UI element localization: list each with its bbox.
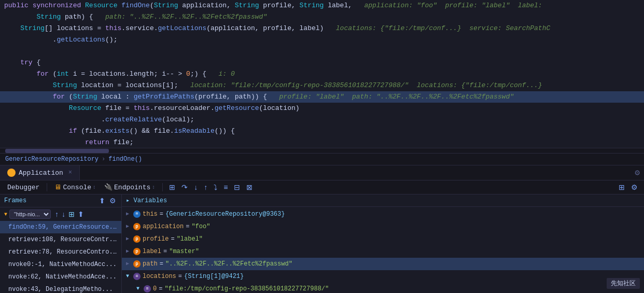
step-into-button[interactable]: ↓ (192, 182, 200, 192)
trace-button[interactable]: ⊟ (232, 182, 242, 192)
thread-export-button[interactable]: ⬆ (77, 210, 85, 218)
thread-filter-button[interactable]: ⊞ (67, 210, 76, 218)
toolbar-separator-2 (162, 183, 163, 191)
console-arrow: ↕ (93, 185, 96, 190)
tab-label: Application (19, 169, 63, 177)
var-locations-arrow: ▼ (126, 271, 133, 282)
code-line-11: .createRelative(local); (0, 114, 644, 125)
stop-button[interactable]: ⊠ (244, 182, 255, 192)
var-application-arrow: ▶ (126, 221, 133, 232)
debug-toolbar: Debugger 🖥 Console ↕ 🔌 Endpoints ↕ ⊞ ↷ ↓… (0, 180, 644, 194)
breadcrumb: GenericResourceRepository › findOne() (0, 153, 644, 165)
var-label[interactable]: ▶ p label = "master" (122, 245, 644, 258)
step-out-button[interactable]: ↑ (202, 182, 209, 192)
debug-panel: Frames ⬆ ⚙ ▼ "http-nio... ↑ ↓ ⊞ ⬆ (0, 194, 644, 293)
settings-gear[interactable]: ⚙ (635, 168, 644, 178)
step-over-button[interactable]: ↷ (179, 182, 190, 192)
console-label: Console (63, 184, 91, 191)
code-line-1: public synchronized Resource findOne(Str… (0, 0, 644, 11)
var-this[interactable]: ▶ = this = {GenericResourceRepository@93… (122, 208, 644, 220)
code-line-8: String location = locations[i]; location… (0, 80, 644, 91)
var-this-arrow: ▶ (126, 209, 133, 219)
endpoints-button[interactable]: 🔌 Endpoints ↕ (101, 182, 158, 192)
frames-list: ▼ "http-nio... ↑ ↓ ⊞ ⬆ findOne:59, Gener… (0, 207, 121, 293)
var-label-arrow: ▶ (126, 246, 133, 257)
code-line-9: for (String local : getProfilePaths(prof… (0, 91, 644, 103)
frames-export-button[interactable]: ⬆ (98, 197, 106, 205)
code-line-3: String[] locations = this.service.getLoc… (0, 23, 644, 34)
console-icon[interactable]: 🖥 Console ↕ (51, 183, 99, 192)
var-locations-0-arrow: ▼ (136, 284, 144, 293)
tab-icon (7, 169, 16, 177)
breadcrumb-sep: › (102, 156, 105, 163)
variables-pane: ▸ Variables ▶ = this = {GenericResourceR… (122, 194, 644, 293)
code-line-12: if (file.exists() && file.isReadable()) … (0, 125, 644, 137)
frame-item-4[interactable]: nvoke:62, NativeMethodAcce... (0, 271, 121, 283)
code-line-7: for (int i = locations.length; i-- > 0;)… (0, 68, 644, 80)
breadcrumb-method[interactable]: findOne() (108, 156, 142, 163)
var-path[interactable]: ▶ p path = "..%2F..%2F..%2F..%2Fetc%2fpa… (122, 258, 644, 270)
frames-header-actions: ⬆ ⚙ (98, 197, 117, 205)
breadcrumb-class[interactable]: GenericResourceRepository (5, 156, 99, 163)
frames-header: Frames ⬆ ⚙ (0, 194, 121, 207)
var-application-icon: p (133, 223, 141, 230)
thread-nav-buttons: ↑ ↓ ⊞ ⬆ (54, 210, 85, 218)
variables-header: ▸ Variables (122, 194, 644, 207)
code-line-5 (0, 46, 644, 57)
code-line-10: Resource file = this.resourceLoader.getR… (0, 103, 644, 114)
var-application[interactable]: ▶ p application = "foo" (122, 220, 644, 233)
toolbar-right-group: ⊞ ⚙ (617, 182, 640, 192)
var-profile[interactable]: ▶ p profile = "label" (122, 233, 644, 245)
code-line-2: String path) { path: "..%2F..%2F..%2F..%… (0, 11, 644, 23)
thread-collapse-arrow[interactable]: ▼ (4, 212, 7, 217)
endpoints-label: Endpoints (114, 184, 150, 191)
frame-item-5[interactable]: nvoke:43, DelegatingMetho... (0, 283, 121, 293)
var-locations-0[interactable]: ▼ ≡ 0 = "file:/tmp/config-repo-383856101… (122, 283, 644, 293)
code-line-6: try { (0, 57, 644, 68)
var-locations-0-icon: ≡ (144, 285, 151, 292)
tab-bar-left: Application × (0, 165, 80, 180)
var-locations-icon: ≡ (133, 273, 141, 280)
frame-item-1[interactable]: retrieve:108, ResourceContr... (0, 233, 121, 246)
var-path-icon: p (133, 260, 141, 268)
variables-title: ▸ Variables (126, 197, 167, 204)
code-line-4: .getLocations(); (0, 34, 644, 46)
code-editor: public synchronized Resource findOne(Str… (0, 0, 644, 148)
frame-item-3[interactable]: nvoke0:-1, NativeMethodAcc... (0, 258, 121, 271)
thread-selector[interactable]: "http-nio... (9, 210, 51, 219)
thread-up-button[interactable]: ↑ (54, 210, 60, 218)
variables-list: ▶ = this = {GenericResourceRepository@93… (122, 207, 644, 293)
toolbar-btn-1[interactable]: ⊞ (167, 182, 177, 192)
code-line-13: return file; (0, 137, 644, 148)
run-to-cursor-button[interactable]: ⤵ (212, 182, 219, 192)
tab-close-button[interactable]: × (68, 169, 72, 176)
watermark: 先知社区 (607, 278, 640, 289)
var-label-icon: p (133, 248, 141, 255)
settings-button[interactable]: ⚙ (629, 182, 640, 192)
debugger-label[interactable]: Debugger (4, 183, 43, 192)
var-locations[interactable]: ▼ ≡ locations = {String[1]@9421} (122, 270, 644, 283)
thread-down-button[interactable]: ↓ (61, 210, 66, 218)
var-profile-arrow: ▶ (126, 234, 133, 244)
frames-pane: Frames ⬆ ⚙ ▼ "http-nio... ↑ ↓ ⊞ ⬆ (0, 194, 122, 293)
frames-filter-button[interactable]: ⚙ (108, 197, 117, 205)
frame-item-2[interactable]: retrieve:78, ResourceContro... (0, 246, 121, 258)
tab-bar: Application × ⚙ (0, 165, 644, 180)
frames-title: Frames (4, 197, 26, 204)
evaluate-button[interactable]: ≡ (221, 182, 230, 192)
application-tab[interactable]: Application × (0, 165, 80, 180)
thread-row: ▼ "http-nio... ↑ ↓ ⊞ ⬆ (0, 207, 121, 221)
var-profile-icon: p (133, 235, 141, 243)
restore-layout-button[interactable]: ⊞ (617, 182, 627, 192)
toolbar-separator-1 (47, 183, 47, 191)
var-this-icon: = (133, 211, 141, 218)
var-path-arrow: ▶ (126, 259, 133, 269)
frame-item-0[interactable]: findOne:59, GenericResource... (0, 221, 121, 233)
